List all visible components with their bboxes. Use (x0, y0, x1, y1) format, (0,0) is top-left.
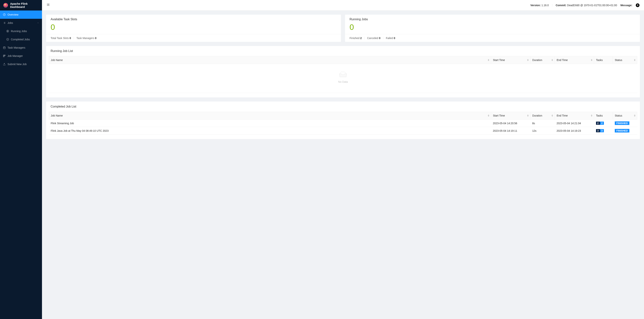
sort-icon (591, 115, 592, 117)
schedule-icon (3, 46, 6, 49)
column-header-end-time[interactable]: End Time (555, 56, 594, 64)
list-icon (3, 22, 6, 24)
sidebar-item-completed-jobs[interactable]: Completed Jobs (0, 35, 42, 44)
section-title: Completed Job List (46, 102, 640, 112)
cell-start-time: 2023-05-04 14:19:11 (491, 127, 530, 135)
cell-duration: 12s (530, 127, 555, 135)
sidebar-item-label: Task Managers (8, 46, 25, 49)
message-info: Message: (620, 4, 632, 7)
cell-duration: 8s (530, 120, 555, 127)
sidebar-item-label: Job Manager (8, 55, 23, 58)
svg-rect-14 (3, 47, 6, 49)
svg-rect-18 (3, 55, 4, 56)
total-slots-stat: Total Task Slots0 (50, 37, 71, 40)
section-title: Running Job List (46, 46, 640, 56)
collapse-sidebar-button[interactable] (46, 3, 50, 7)
running-job-list-section: Running Job List Job Name Start Time Dur… (46, 46, 640, 97)
sidebar-item-label: Jobs (8, 22, 13, 25)
sort-icon (527, 115, 529, 117)
svg-point-13 (6, 38, 9, 41)
svg-point-1 (4, 4, 6, 6)
sidebar-item-label: Completed Jobs (11, 38, 30, 41)
chevron-up-icon (37, 22, 39, 25)
sidebar-item-overview[interactable]: Overview (0, 11, 42, 19)
tasks-total-badge: 3 (596, 129, 600, 132)
table-row[interactable]: Flink Streaming Job 2023-05-04 14:20:56 … (49, 120, 637, 127)
divider (364, 37, 364, 40)
finished-stat: Finished2 (350, 37, 362, 40)
sidebar-item-label: Submit New Job (8, 63, 26, 66)
sidebar-item-task-managers[interactable]: Task Managers (0, 44, 42, 52)
sidebar-item-label: Overview (8, 13, 18, 16)
sort-icon (634, 115, 636, 117)
cell-status: FINISHED (613, 120, 637, 127)
cell-start-time: 2023-05-04 14:20:56 (491, 120, 530, 127)
sidebar: Apache Flink Dashboard Overview Jobs (0, 0, 42, 319)
column-header-end-time[interactable]: End Time (555, 112, 594, 120)
empty-state: No Data (49, 64, 637, 93)
sidebar-item-job-manager[interactable]: Job Manager (0, 52, 42, 60)
running-jobs-table: Job Name Start Time Duration End Time Ta… (49, 56, 637, 64)
svg-rect-19 (4, 55, 6, 56)
column-header-duration[interactable]: Duration (530, 56, 555, 64)
card-title: Available Task Slots (46, 15, 341, 23)
status-badge: FINISHED (615, 129, 630, 133)
svg-point-3 (5, 4, 5, 5)
status-badge: FINISHED (615, 121, 630, 125)
sort-icon (634, 59, 636, 61)
app-title: Apache Flink Dashboard (10, 2, 39, 9)
cell-job-name: Flink Streaming Job (49, 120, 491, 127)
check-circle-icon (6, 38, 9, 41)
sort-icon (552, 59, 553, 61)
column-header-tasks: Tasks (594, 56, 613, 64)
sidebar-item-label: Running Jobs (11, 30, 27, 33)
card-title: Running Jobs (345, 15, 640, 23)
task-managers-stat: Task Managers0 (76, 37, 96, 40)
available-task-slots-card: Available Task Slots 0 Total Task Slots0… (46, 15, 341, 42)
play-circle-icon (6, 30, 9, 33)
empty-box-icon (338, 72, 348, 78)
upload-icon (3, 63, 6, 66)
cell-end-time: 2023-05-04 14:21:04 (555, 120, 594, 127)
divider (383, 37, 383, 40)
cell-tasks: 22 (594, 120, 613, 127)
cell-end-time: 2023-05-04 14:19:23 (555, 127, 594, 135)
column-header-tasks: Tasks (594, 112, 613, 120)
sidebar-item-running-jobs[interactable]: Running Jobs (0, 27, 42, 35)
svg-rect-20 (3, 56, 4, 57)
sort-icon (488, 115, 489, 117)
version-info: Version: 1.16.0 (530, 4, 549, 7)
tasks-finished-badge: 3 (600, 129, 604, 132)
topbar: Version: 1.16.0 Commit: DeadD0d0 @ 1970-… (42, 0, 644, 11)
tasks-finished-badge: 2 (600, 122, 604, 125)
empty-text: No Data (49, 80, 637, 83)
cell-tasks: 33 (594, 127, 613, 135)
sort-icon (591, 59, 592, 61)
commit-info: Commit: DeadD0d0 @ 1970-01-01T01:00:00+0… (556, 4, 617, 7)
sidebar-menu: Overview Jobs Running Jobs (0, 11, 42, 68)
completed-job-list-section: Completed Job List Job Name Start Time D… (46, 102, 640, 139)
build-icon (3, 55, 6, 57)
sort-icon (552, 115, 553, 117)
completed-jobs-table: Job Name Start Time Duration End Time Ta… (49, 112, 637, 135)
sort-icon (488, 59, 489, 61)
flink-logo-icon (3, 3, 8, 8)
cell-job-name: Flink Java Job at Thu May 04 08:49:10 UT… (49, 127, 491, 135)
running-jobs-value: 0 (345, 23, 640, 34)
sidebar-header: Apache Flink Dashboard (0, 0, 42, 11)
column-header-status[interactable]: Status (613, 56, 637, 64)
running-jobs-card: Running Jobs 0 Finished2 Canceled0 Faile… (345, 15, 640, 42)
table-row[interactable]: Flink Java Job at Thu May 04 08:49:10 UT… (49, 127, 637, 135)
canceled-stat: Canceled0 (367, 37, 380, 40)
column-header-start-time[interactable]: Start Time (491, 112, 530, 120)
sidebar-item-jobs[interactable]: Jobs (0, 19, 42, 27)
column-header-status[interactable]: Status (613, 112, 637, 120)
column-header-start-time[interactable]: Start Time (491, 56, 530, 64)
column-header-duration[interactable]: Duration (530, 112, 555, 120)
tasks-total-badge: 2 (596, 122, 600, 125)
column-header-job-name[interactable]: Job Name (49, 112, 491, 120)
cell-status: FINISHED (613, 127, 637, 135)
message-badge[interactable]: 0 (636, 4, 640, 7)
column-header-job-name[interactable]: Job Name (49, 56, 491, 64)
sidebar-item-submit-new-job[interactable]: Submit New Job (0, 60, 42, 68)
